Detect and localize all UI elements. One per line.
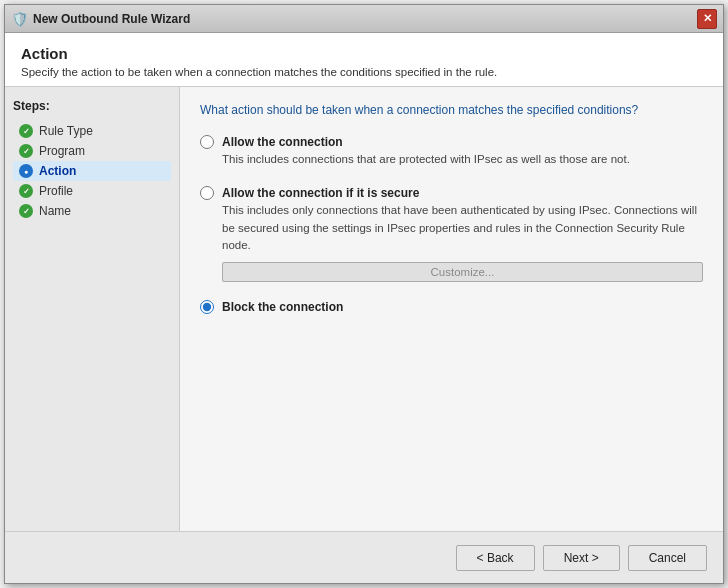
step-dot-action <box>19 164 33 178</box>
next-button[interactable]: Next > <box>543 545 620 571</box>
content-question: What action should be taken when a conne… <box>200 103 703 117</box>
step-label-profile: Profile <box>39 184 73 198</box>
option-allow: Allow the connection This includes conne… <box>200 135 703 168</box>
content-area: What action should be taken when a conne… <box>180 87 723 531</box>
radio-allow-secure-label: Allow the connection if it is secure <box>222 186 419 200</box>
step-dot-program <box>19 144 33 158</box>
main-area: Steps: Rule Type Program Action Profile <box>5 87 723 531</box>
page-header: Action Specify the action to be taken wh… <box>5 33 723 87</box>
radio-group: Allow the connection This includes conne… <box>200 135 703 316</box>
step-label-rule-type: Rule Type <box>39 124 93 138</box>
sidebar-item-profile[interactable]: Profile <box>13 181 171 201</box>
sidebar-item-program[interactable]: Program <box>13 141 171 161</box>
sidebar-item-rule-type[interactable]: Rule Type <box>13 121 171 141</box>
window-title: New Outbound Rule Wizard <box>33 12 697 26</box>
option-allow-secure-row: Allow the connection if it is secure <box>200 186 703 200</box>
radio-block[interactable] <box>200 300 214 314</box>
page-title: Action <box>21 45 707 62</box>
window-icon: 🛡️ <box>11 11 27 27</box>
cancel-button[interactable]: Cancel <box>628 545 707 571</box>
sidebar: Steps: Rule Type Program Action Profile <box>5 87 180 531</box>
page-description: Specify the action to be taken when a co… <box>21 66 707 78</box>
window-content: Action Specify the action to be taken wh… <box>5 33 723 583</box>
customize-button[interactable]: Customize... <box>222 262 703 282</box>
radio-allow[interactable] <box>200 135 214 149</box>
option-allow-secure: Allow the connection if it is secure Thi… <box>200 186 703 282</box>
sidebar-item-name[interactable]: Name <box>13 201 171 221</box>
title-bar: 🛡️ New Outbound Rule Wizard ✕ <box>5 5 723 33</box>
step-label-name: Name <box>39 204 71 218</box>
step-label-program: Program <box>39 144 85 158</box>
option-block: Block the connection <box>200 300 703 316</box>
sidebar-item-action[interactable]: Action <box>13 161 171 181</box>
close-button[interactable]: ✕ <box>697 9 717 29</box>
radio-allow-desc: This includes connections that are prote… <box>222 151 703 168</box>
radio-allow-secure[interactable] <box>200 186 214 200</box>
radio-allow-label: Allow the connection <box>222 135 343 149</box>
option-allow-row: Allow the connection <box>200 135 703 149</box>
back-button[interactable]: < Back <box>456 545 535 571</box>
step-dot-rule-type <box>19 124 33 138</box>
radio-allow-secure-desc: This includes only connections that have… <box>222 202 703 254</box>
footer: < Back Next > Cancel <box>5 531 723 583</box>
option-block-row: Block the connection <box>200 300 703 314</box>
steps-label: Steps: <box>13 99 171 113</box>
radio-block-label: Block the connection <box>222 300 343 314</box>
step-dot-profile <box>19 184 33 198</box>
wizard-window: 🛡️ New Outbound Rule Wizard ✕ Action Spe… <box>4 4 724 584</box>
step-label-action: Action <box>39 164 76 178</box>
step-dot-name <box>19 204 33 218</box>
